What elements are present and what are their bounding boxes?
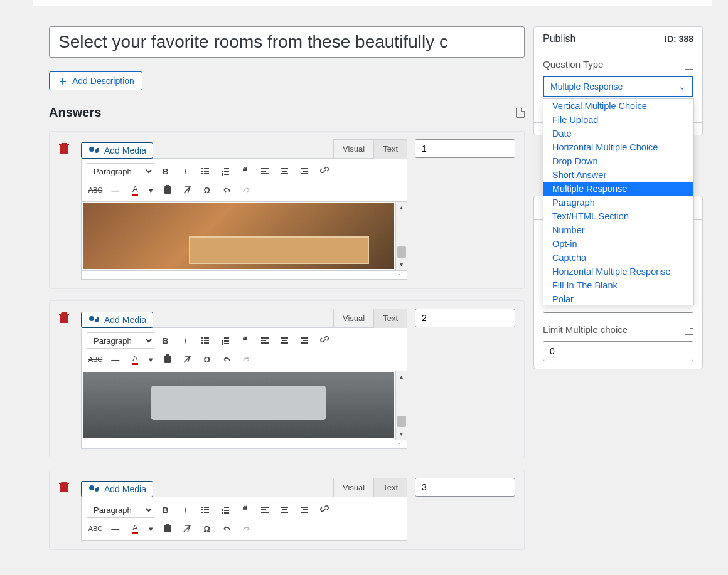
italic-button[interactable]: I bbox=[176, 162, 194, 180]
align-left-button[interactable] bbox=[256, 501, 274, 519]
add-media-button[interactable]: Add Media bbox=[81, 481, 153, 497]
answer-points-input[interactable] bbox=[415, 139, 515, 158]
textcolor-picker-button[interactable]: ▾ bbox=[146, 181, 156, 199]
question-type-option[interactable]: Drop Down bbox=[543, 154, 693, 168]
strike-button[interactable]: ABC bbox=[87, 181, 104, 199]
question-type-option[interactable]: Number bbox=[543, 223, 693, 237]
editor-content-area[interactable]: ▴ ▾ bbox=[81, 202, 407, 271]
align-left-button[interactable] bbox=[256, 162, 274, 180]
answer-points-input[interactable] bbox=[415, 309, 515, 327]
tab-text[interactable]: Text bbox=[374, 478, 407, 497]
redo-button[interactable] bbox=[238, 181, 255, 199]
align-center-button[interactable] bbox=[276, 332, 293, 349]
link-button[interactable] bbox=[316, 332, 333, 349]
question-type-option[interactable]: Captcha bbox=[543, 251, 693, 265]
add-media-button[interactable]: Add Media bbox=[81, 142, 153, 159]
question-type-option[interactable]: Horizontal Multiple Choice bbox=[543, 140, 693, 154]
quote-button[interactable]: ❝ bbox=[236, 332, 254, 349]
clear-format-button[interactable] bbox=[178, 520, 196, 537]
obscured-link[interactable] bbox=[534, 105, 538, 119]
omega-button[interactable]: Ω bbox=[198, 351, 216, 368]
bold-button[interactable]: B bbox=[157, 332, 174, 349]
block-format-select[interactable]: Paragraph bbox=[87, 332, 154, 349]
add-media-button[interactable]: Add Media bbox=[81, 312, 153, 328]
editor-scrollbar[interactable]: ▴ ▾ bbox=[395, 202, 407, 270]
question-type-option[interactable]: Polar bbox=[543, 292, 693, 306]
block-format-select[interactable]: Paragraph bbox=[87, 163, 154, 179]
italic-button[interactable]: I bbox=[176, 332, 194, 349]
question-type-option[interactable]: File Upload bbox=[543, 113, 693, 127]
question-type-option[interactable]: Horizontal Multiple Response bbox=[543, 265, 693, 278]
ul-button[interactable] bbox=[196, 332, 214, 349]
ol-button[interactable] bbox=[217, 162, 234, 180]
editor-resize-grip[interactable]: ⋰ bbox=[81, 271, 407, 280]
editor-resize-grip[interactable]: ⋰ bbox=[81, 440, 407, 449]
question-type-option[interactable]: Fill In The Blank bbox=[543, 278, 693, 292]
textcolor-button[interactable]: A bbox=[126, 351, 144, 368]
question-type-option[interactable]: Short Answer bbox=[543, 168, 693, 182]
ol-button[interactable] bbox=[217, 332, 234, 349]
ol-button[interactable] bbox=[217, 501, 234, 519]
undo-button[interactable] bbox=[218, 351, 235, 368]
clear-format-button[interactable] bbox=[178, 351, 196, 368]
redo-button[interactable] bbox=[238, 351, 255, 368]
ul-button[interactable] bbox=[196, 501, 214, 519]
align-center-button[interactable] bbox=[276, 162, 293, 180]
ul-button[interactable] bbox=[196, 162, 214, 180]
omega-button[interactable]: Ω bbox=[198, 520, 216, 537]
textcolor-picker-button[interactable]: ▾ bbox=[146, 520, 156, 537]
tab-visual[interactable]: Visual bbox=[333, 139, 374, 159]
tab-text[interactable]: Text bbox=[374, 309, 407, 328]
question-type-select[interactable]: Multiple Response ⌄ bbox=[543, 76, 693, 97]
link-button[interactable] bbox=[316, 162, 333, 180]
quote-button[interactable]: ❝ bbox=[236, 162, 254, 180]
add-description-button[interactable]: ＋ Add Description bbox=[49, 71, 142, 90]
undo-button[interactable] bbox=[218, 181, 235, 199]
bold-button[interactable]: B bbox=[157, 501, 174, 519]
tab-visual[interactable]: Visual bbox=[333, 478, 374, 497]
answer-points-input[interactable] bbox=[415, 478, 515, 497]
align-right-button[interactable] bbox=[296, 162, 313, 180]
align-left-button[interactable] bbox=[256, 332, 274, 349]
hr-button[interactable]: — bbox=[107, 520, 124, 537]
delete-answer-button[interactable] bbox=[58, 480, 70, 493]
bold-button[interactable]: B bbox=[157, 162, 174, 180]
align-right-button[interactable] bbox=[296, 332, 313, 349]
paste-button[interactable] bbox=[159, 351, 176, 368]
question-type-option[interactable]: Opt-in bbox=[543, 237, 693, 251]
delete-answer-button[interactable] bbox=[58, 311, 70, 324]
doc-icon[interactable] bbox=[516, 108, 525, 118]
block-format-select[interactable]: Paragraph bbox=[87, 502, 154, 518]
quote-button[interactable]: ❝ bbox=[236, 501, 254, 519]
question-type-option[interactable]: Date bbox=[543, 127, 693, 140]
delete-answer-button[interactable] bbox=[58, 142, 70, 154]
omega-button[interactable]: Ω bbox=[198, 181, 216, 199]
textcolor-button[interactable]: A bbox=[126, 181, 144, 199]
paste-button[interactable] bbox=[159, 181, 176, 199]
question-type-option[interactable]: Vertical Multiple Choice bbox=[543, 99, 693, 113]
tab-text[interactable]: Text bbox=[374, 139, 407, 159]
undo-button[interactable] bbox=[218, 520, 235, 537]
hr-button[interactable]: — bbox=[107, 181, 124, 199]
link-button[interactable] bbox=[316, 501, 333, 519]
tab-visual[interactable]: Visual bbox=[333, 309, 374, 328]
doc-icon[interactable] bbox=[685, 60, 693, 70]
question-type-option[interactable]: Paragraph bbox=[543, 196, 693, 209]
question-type-option[interactable]: Multiple Response bbox=[543, 182, 693, 196]
paste-button[interactable] bbox=[159, 520, 176, 537]
question-type-option[interactable]: Text/HTML Section bbox=[543, 209, 693, 223]
align-right-button[interactable] bbox=[296, 501, 313, 519]
strike-button[interactable]: ABC bbox=[87, 351, 104, 368]
hr-button[interactable]: — bbox=[107, 351, 124, 368]
question-title-input[interactable] bbox=[49, 26, 525, 58]
editor-scrollbar[interactable]: ▴ ▾ bbox=[395, 371, 407, 440]
limit-input[interactable] bbox=[543, 341, 693, 361]
clear-format-button[interactable] bbox=[178, 181, 196, 199]
textcolor-picker-button[interactable]: ▾ bbox=[146, 351, 156, 368]
textcolor-button[interactable]: A bbox=[126, 520, 144, 537]
strike-button[interactable]: ABC bbox=[87, 520, 104, 537]
italic-button[interactable]: I bbox=[176, 501, 194, 519]
doc-icon[interactable] bbox=[685, 325, 693, 335]
redo-button[interactable] bbox=[238, 520, 255, 537]
align-center-button[interactable] bbox=[276, 501, 293, 519]
